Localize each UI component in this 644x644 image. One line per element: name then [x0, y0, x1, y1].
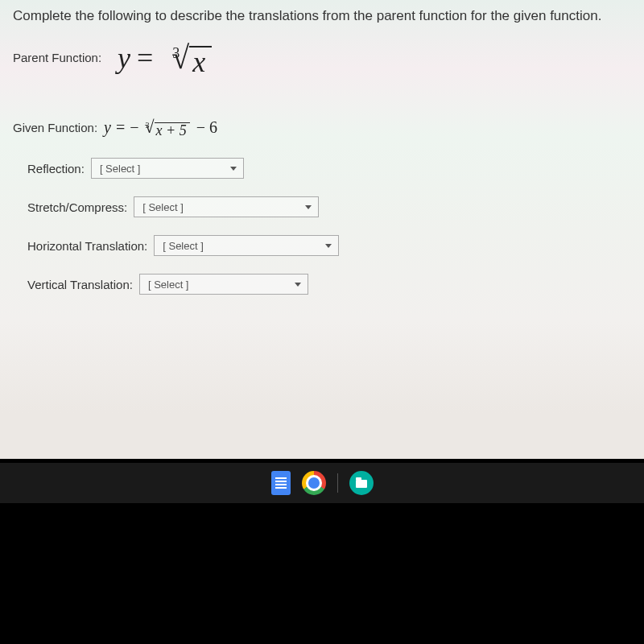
horizontal-translation-label: Horizontal Translation:: [27, 239, 147, 253]
equals-sign: =: [116, 118, 125, 137]
given-function-expression: y = − 3 √ x + 5 − 6: [104, 117, 217, 138]
horizontal-translation-select[interactable]: [ Select ]: [154, 235, 339, 256]
taskbar: [0, 463, 644, 503]
parent-function-expression: y = 3 √ x: [118, 39, 212, 76]
parent-function-label: Parent Function:: [13, 51, 101, 64]
select-placeholder: [ Select ]: [148, 279, 189, 291]
taskbar-divider: [337, 473, 338, 493]
desk-area: [0, 503, 644, 644]
chevron-down-icon: [295, 283, 301, 287]
select-placeholder: [ Select ]: [142, 201, 184, 213]
radicand: x: [189, 46, 212, 76]
horizontal-translation-row: Horizontal Translation: [ Select ]: [27, 235, 631, 256]
cube-root: 3 √ x + 5: [141, 117, 190, 138]
select-placeholder: [ Select ]: [100, 163, 141, 175]
root-index: 3: [146, 121, 150, 130]
reflection-label: Reflection:: [27, 162, 85, 175]
var-y: y: [104, 118, 111, 137]
given-function-label: Given Function:: [13, 121, 97, 134]
select-placeholder: [ Select ]: [163, 240, 204, 252]
files-app-icon[interactable]: [349, 471, 374, 495]
given-function-row: Given Function: y = − 3 √ x + 5 − 6: [13, 117, 631, 138]
parent-function-row: Parent Function: y = 3 √ x: [13, 39, 631, 76]
chrome-app-icon[interactable]: [302, 471, 326, 495]
vertical-translation-row: Vertical Translation: [ Select ]: [27, 274, 631, 295]
worksheet-panel: Complete the following to describe the t…: [0, 0, 644, 459]
question-prompt: Complete the following to describe the t…: [13, 8, 631, 24]
var-y: y: [118, 41, 130, 75]
stretch-compress-select[interactable]: [ Select ]: [134, 196, 319, 217]
stretch-compress-label: Stretch/Compress:: [27, 200, 127, 214]
chevron-down-icon: [325, 244, 332, 248]
cube-root: 3 √ x: [164, 39, 212, 76]
radicand: x + 5: [155, 122, 190, 138]
root-index: 3: [172, 45, 180, 62]
constant-term: − 6: [196, 118, 217, 137]
negative-sign: −: [130, 118, 138, 137]
reflection-select[interactable]: [ Select ]: [91, 158, 244, 179]
docs-app-icon[interactable]: [271, 471, 291, 495]
chevron-down-icon: [305, 205, 312, 209]
vertical-translation-label: Vertical Translation:: [27, 278, 133, 291]
equals-sign: =: [137, 41, 153, 75]
reflection-row: Reflection: [ Select ]: [27, 158, 631, 179]
chevron-down-icon: [230, 167, 237, 171]
vertical-translation-select[interactable]: [ Select ]: [139, 274, 308, 295]
stretch-compress-row: Stretch/Compress: [ Select ]: [27, 196, 631, 217]
